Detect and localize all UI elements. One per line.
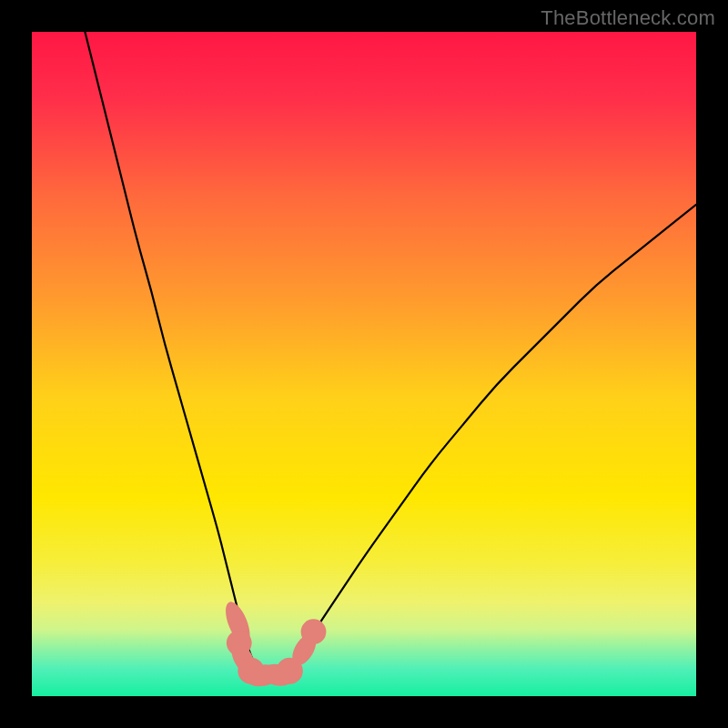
chart-svg — [32, 32, 696, 696]
chart-background — [32, 32, 696, 696]
chart-frame: TheBottleneck.com — [0, 0, 728, 728]
plot-area — [32, 32, 696, 696]
watermark-label: TheBottleneck.com — [541, 6, 715, 30]
marker-dot — [301, 619, 327, 644]
